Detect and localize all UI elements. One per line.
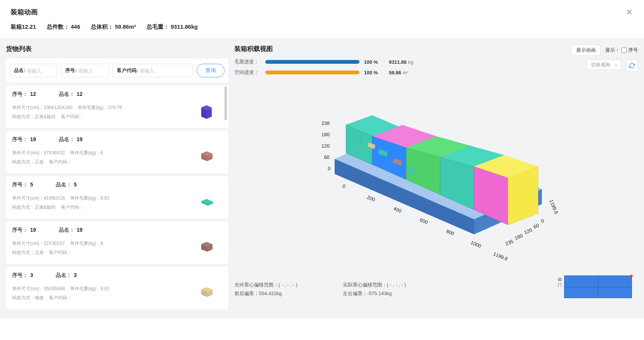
load-view-panel: 装箱积载视图 毛重进度： 100 % 9311.86kg 空间进度： 100 %… [234,45,638,312]
cargo-name: 品名：3 [56,272,77,279]
cargo-box-icon [200,285,213,298]
filter-cust: 客户代码: [113,64,193,77]
cargo-seq: 序号：3 [12,272,33,279]
svg-text:235: 235 [504,238,514,247]
load-view-title: 装箱积载视图 [234,45,413,53]
header: 装箱动画 ✕ [0,0,644,20]
cargo-detail: 单件尺寸(cm)：41X60X16单件毛重(kg)：8.62 码放方式：正放&旋… [12,194,222,212]
filter-name: 品名: [10,64,57,77]
container-3d-svg: 238 180 120 60 0 0 200 400 600 800 1000 … [308,98,564,265]
cargo-seq: 序号：19 [12,227,36,234]
show-animation-button[interactable]: 展示动画 [571,45,601,56]
summary-weight: 总毛重： 9311.86kg [147,23,198,31]
cargo-seq: 序号：19 [12,136,36,143]
seq-checkbox[interactable] [621,48,627,53]
cargo-box-icon [200,240,213,253]
cargo-box-icon [200,104,213,117]
space-progress-row: 空间进度： 100 % 59.86m³ [234,69,413,76]
cargo-name: 品名：19 [59,136,83,143]
cargo-card[interactable]: 序号：5 品名：5 单件尺寸(cm)：41X60X16单件毛重(kg)：8.62… [6,176,228,218]
view-select[interactable]: 切换视角 [587,60,621,70]
svg-text:180: 180 [321,132,330,137]
svg-text:200: 200 [366,194,376,203]
refresh-icon [629,63,635,69]
svg-text:238: 238 [321,120,330,126]
minimap-labels: 箱 门 [558,277,562,288]
cargo-card[interactable]: 序号：12 品名：12 单件尺寸(cm)：100X120X180单件毛重(kg)… [6,86,228,128]
cargo-list-panel: 货物列表 品名: 序号: 客户代码: 查询 序号：12 品名：12 单件尺寸( [6,45,228,312]
summary-pieces: 总件数： 446 [47,23,80,31]
cargo-box-icon [200,194,213,208]
svg-text:0: 0 [341,183,346,189]
cargo-card[interactable]: 序号：19 品名：19 单件尺寸(cm)：32X36X57单件毛重(kg)：6 … [6,222,228,264]
cargo-detail: 单件尺寸(cm)：100X120X180单件毛重(kg)：274.76 码放方式… [12,103,222,121]
svg-text:1000: 1000 [470,240,482,249]
summary-volume: 总体积： 59.86m³ [91,23,136,31]
svg-text:400: 400 [392,206,402,214]
weight-progress-bar [265,60,359,64]
minimap[interactable]: 箱 门 [564,275,632,298]
svg-text:1199.8: 1199.8 [548,199,559,215]
show-label: 显示： 序号 [605,47,638,54]
cargo-name: 品名：19 [59,227,83,234]
cargo-seq: 序号：5 [12,182,33,188]
svg-text:0: 0 [540,218,545,224]
close-icon[interactable]: ✕ [626,8,633,17]
filter-cust-input[interactable] [139,68,170,74]
cargo-name: 品名：5 [56,182,77,188]
svg-text:120: 120 [523,227,533,235]
page-title: 装箱动画 [11,8,633,17]
space-progress-bar [265,71,359,74]
cargo-list[interactable]: 序号：12 品名：12 单件尺寸(cm)：100X120X180单件毛重(kg)… [6,86,228,312]
cargo-detail: 单件尺寸(cm)：32X36X57单件毛重(kg)：6 码放方式：立放客户代码： [12,239,222,257]
svg-text:60: 60 [532,222,540,229]
summary-container: 装箱12.21 [11,23,36,31]
cargo-box-icon [200,149,213,163]
cargo-detail: 单件尺寸(cm)：57X36X32单件毛重(kg)：6 码放方式：正放客户代码： [12,148,222,166]
query-button[interactable]: 查询 [197,64,225,77]
container-3d-view[interactable]: 238 180 120 60 0 0 200 400 600 800 1000 … [234,87,638,276]
cargo-card[interactable]: 序号：19 品名：19 单件尺寸(cm)：57X36X32单件毛重(kg)：6 … [6,131,228,173]
cargo-name: 品名：12 [59,91,83,98]
summary-bar: 装箱12.21 总件数： 446 总体积： 59.86m³ 总毛重： 9311.… [0,20,644,38]
filter-seq-input[interactable] [78,68,105,74]
svg-text:1199.8: 1199.8 [492,251,508,262]
scrollbar-thumb[interactable] [225,86,227,120]
svg-text:120: 120 [321,143,330,149]
svg-text:0: 0 [328,166,330,171]
svg-text:600: 600 [419,217,428,225]
filter-name-input[interactable] [27,68,53,74]
cargo-list-title: 货物列表 [6,45,228,53]
filter-seq: 序号: [61,64,109,77]
filter-bar: 品名: 序号: 客户代码: 查询 [6,58,228,83]
svg-text:180: 180 [514,233,523,241]
svg-text:800: 800 [445,228,455,237]
cargo-seq: 序号：12 [12,91,36,98]
cargo-detail: 单件尺寸(cm)：35X55X44单件毛重(kg)：9.92 码放方式：侧放客户… [12,284,222,302]
refresh-button[interactable] [626,60,638,72]
cargo-card[interactable]: 序号：3 品名：3 单件尺寸(cm)：35X55X44单件毛重(kg)：9.92… [6,267,228,309]
weight-progress-row: 毛重进度： 100 % 9311.86kg [234,58,413,65]
svg-text:60: 60 [324,154,329,160]
minimap-marker-icon [630,275,633,277]
